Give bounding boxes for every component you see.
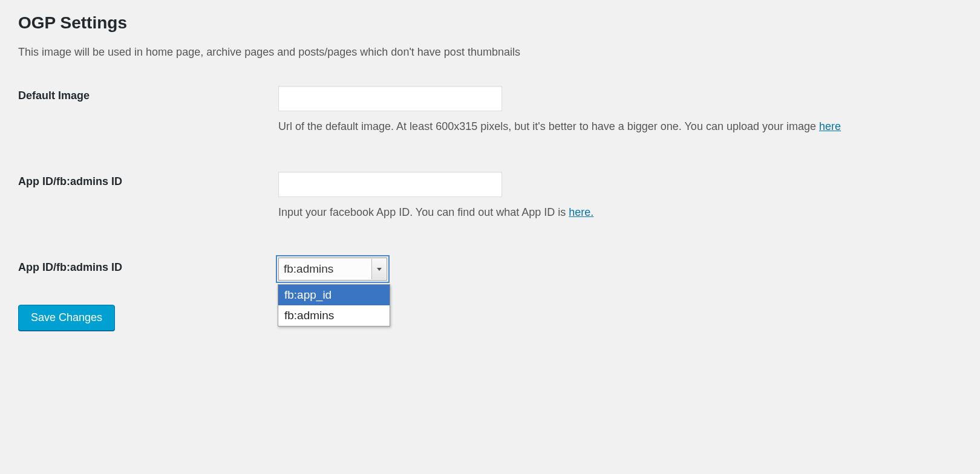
default-image-row: Default Image Url of the default image. … (18, 86, 962, 135)
default-image-help-link[interactable]: here (819, 120, 841, 132)
app-id-help-text: Input your facebook App ID. You can find… (278, 206, 569, 218)
default-image-help-text: Url of the default image. At least 600x3… (278, 120, 819, 132)
select-arrow-zone (371, 259, 386, 279)
default-image-label: Default Image (18, 86, 278, 102)
app-id-help-link[interactable]: here. (569, 206, 593, 218)
app-id-select[interactable]: fb:admins (278, 258, 387, 281)
app-id-select-wrap: fb:admins fb:app_id fb:admins (278, 258, 387, 281)
app-id-select-controls: fb:admins fb:app_id fb:admins (278, 258, 962, 281)
app-id-input-label: App ID/fb:admins ID (18, 172, 278, 188)
save-button[interactable]: Save Changes (18, 305, 115, 331)
dropdown-option-fb-admins[interactable]: fb:admins (278, 305, 390, 326)
app-id-input[interactable] (278, 172, 502, 197)
dropdown-option-fb-app-id[interactable]: fb:app_id (278, 285, 390, 305)
page-description: This image will be used in home page, ar… (18, 46, 962, 59)
default-image-help: Url of the default image. At least 600x3… (278, 118, 932, 135)
app-id-input-help: Input your facebook App ID. You can find… (278, 204, 932, 221)
app-id-select-row: App ID/fb:admins ID fb:admins fb:app_id … (18, 258, 962, 281)
page-title: OGP Settings (18, 12, 962, 34)
app-id-select-value: fb:admins (284, 262, 333, 276)
app-id-dropdown-list: fb:app_id fb:admins (278, 284, 390, 326)
default-image-input[interactable] (278, 86, 502, 111)
app-id-select-label: App ID/fb:admins ID (18, 258, 278, 274)
chevron-down-icon (377, 268, 382, 271)
default-image-controls: Url of the default image. At least 600x3… (278, 86, 962, 135)
app-id-input-row: App ID/fb:admins ID Input your facebook … (18, 172, 962, 221)
app-id-input-controls: Input your facebook App ID. You can find… (278, 172, 962, 221)
